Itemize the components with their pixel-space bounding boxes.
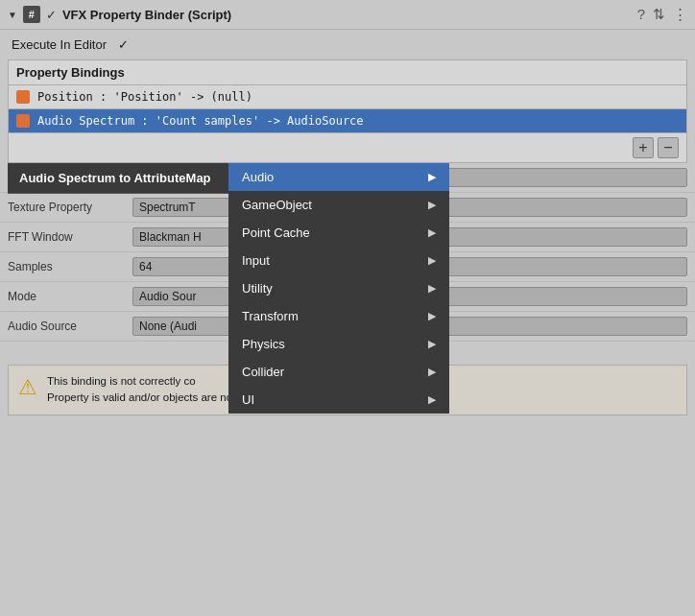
dropdown-menu: Audio ▶ GameObject ▶ Point Cache ▶ Input… — [228, 163, 449, 414]
menu-item-pointcache-label: Point Cache — [242, 225, 310, 240]
menu-item-input[interactable]: Input ▶ — [228, 247, 449, 274]
prop-label-samples: Samples — [8, 260, 132, 273]
menu-item-pointcache[interactable]: Point Cache ▶ — [228, 219, 449, 247]
bindings-section: Property Bindings Position : 'Position' … — [8, 59, 687, 163]
bindings-header: Property Bindings — [9, 60, 686, 85]
menu-item-transform[interactable]: Transform ▶ — [228, 302, 449, 330]
menu-item-gameobject[interactable]: GameObject ▶ — [228, 191, 449, 219]
warning-line1: This binding is not correctly co — [47, 375, 196, 387]
execute-in-editor-row: Execute In Editor ✓ — [0, 30, 695, 59]
prop-label-texture: Texture Property — [8, 201, 132, 214]
context-left-panel: Audio Spectrum to AttributeMap — [8, 163, 228, 194]
menu-item-gameobject-label: GameObject — [242, 198, 312, 212]
enabled-checkbox[interactable]: ✓ — [46, 8, 57, 22]
panel-title: VFX Property Binder (Script) — [62, 8, 632, 22]
binding-icon-position — [16, 90, 30, 104]
menu-item-collider-label: Collider — [242, 365, 284, 379]
warning-icon: ⚠ — [18, 375, 37, 400]
execute-checkbox[interactable]: ✓ — [118, 37, 129, 52]
settings-icon[interactable]: ⇅ — [653, 6, 665, 23]
menu-item-collider[interactable]: Collider ▶ — [228, 358, 449, 386]
menu-item-physics-label: Physics — [242, 337, 285, 351]
binding-text-position: Position : 'Position' -> (null) — [37, 90, 252, 104]
warning-line2: Property is valid and/or objects are not… — [47, 391, 255, 403]
header-actions: ? ⇅ ⋮ — [637, 6, 687, 23]
binding-controls: + − — [9, 133, 686, 162]
script-header: ▼ # ✓ VFX Property Binder (Script) ? ⇅ ⋮ — [0, 0, 695, 30]
binding-row-position[interactable]: Position : 'Position' -> (null) — [9, 85, 686, 109]
menu-item-audio-arrow: ▶ — [428, 171, 436, 183]
remove-binding-button[interactable]: − — [658, 137, 679, 158]
context-left-header: Audio Spectrum to AttributeMap — [8, 163, 228, 194]
menu-item-transform-label: Transform — [242, 309, 299, 323]
prop-label-fft: FFT Window — [8, 230, 132, 244]
binding-icon-audio — [16, 114, 30, 128]
binding-text-audio: Audio Spectrum : 'Count samples' -> Audi… — [37, 114, 364, 128]
collapse-arrow[interactable]: ▼ — [8, 10, 17, 20]
menu-item-ui-label: UI — [242, 392, 254, 407]
warning-text: This binding is not correctly co Propert… — [47, 373, 255, 407]
add-binding-button[interactable]: + — [633, 137, 654, 158]
menu-item-gameobject-arrow: ▶ — [428, 199, 436, 211]
menu-item-physics-arrow: ▶ — [428, 338, 436, 350]
script-icon: # — [23, 6, 40, 23]
menu-item-ui-arrow: ▶ — [428, 393, 436, 406]
menu-item-input-label: Input — [242, 253, 270, 268]
menu-item-physics[interactable]: Physics ▶ — [228, 330, 449, 358]
more-icon[interactable]: ⋮ — [673, 6, 687, 23]
menu-item-utility[interactable]: Utility ▶ — [228, 274, 449, 302]
menu-item-pointcache-arrow: ▶ — [428, 226, 436, 239]
menu-item-audio-label: Audio — [242, 170, 274, 184]
menu-item-collider-arrow: ▶ — [428, 366, 436, 378]
prop-label-mode: Mode — [8, 290, 132, 303]
help-icon[interactable]: ? — [637, 6, 645, 23]
binding-row-audio-spectrum[interactable]: Audio Spectrum : 'Count samples' -> Audi… — [9, 109, 686, 133]
prop-label-audio-source: Audio Source — [8, 320, 132, 333]
menu-item-utility-label: Utility — [242, 281, 273, 296]
menu-item-utility-arrow: ▶ — [428, 282, 436, 295]
menu-item-input-arrow: ▶ — [428, 254, 436, 267]
menu-item-audio[interactable]: Audio ▶ — [228, 163, 449, 191]
menu-item-ui[interactable]: UI ▶ — [228, 386, 449, 414]
menu-item-transform-arrow: ▶ — [428, 310, 436, 322]
context-menu-overlay: Audio Spectrum to AttributeMap Audio ▶ G… — [8, 163, 228, 194]
overlay-container: Scale Property Scale Texture Property Sp… — [0, 163, 695, 361]
execute-label: Execute In Editor — [12, 37, 107, 52]
